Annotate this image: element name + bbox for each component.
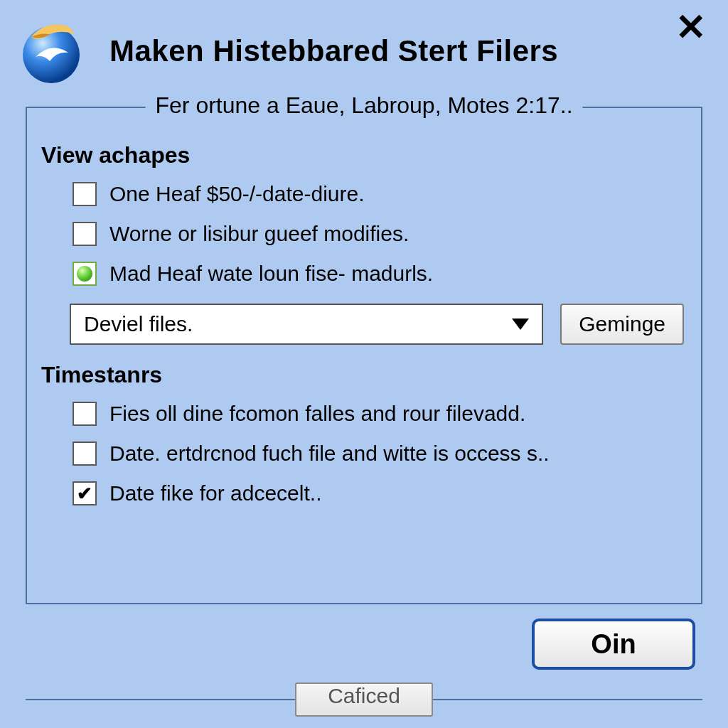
checkbox-view-1-label: One Heaf $50-/-date-diure. xyxy=(109,182,365,206)
checkbox-ts-3[interactable] xyxy=(73,481,97,505)
section-timestamps-title: Timestanrs xyxy=(41,362,701,388)
checkbox-ts-2[interactable] xyxy=(73,441,97,466)
close-icon[interactable]: ✕ xyxy=(675,13,707,44)
files-dropdown[interactable]: Deviel files. xyxy=(70,304,543,345)
groupbox-legend: Fer ortune a Eaue, Labroup, Motes 2:17.. xyxy=(145,92,582,119)
oin-button[interactable]: Oin xyxy=(532,619,695,670)
caficed-button[interactable]: Caficed xyxy=(295,682,433,717)
geminge-button[interactable]: Geminge xyxy=(560,304,684,345)
chevron-down-icon xyxy=(512,318,529,330)
checkbox-view-1[interactable] xyxy=(73,182,97,206)
checkbox-view-3-label: Mad Heaf wate loun fise- madurls. xyxy=(109,262,433,286)
checkbox-ts-1-label: Fies oll dine fcomon falles and rour fil… xyxy=(109,402,525,426)
checkbox-ts-2-label: Date. ertdrcnod fuch file and witte is o… xyxy=(109,441,550,466)
checkbox-ts-1[interactable] xyxy=(73,402,97,426)
app-icon xyxy=(16,16,87,87)
checkbox-view-3[interactable] xyxy=(73,262,97,286)
checkbox-view-2-label: Worne or lisibur gueef modifies. xyxy=(109,222,409,246)
checkbox-ts-3-label: Date fike for adcecelt.. xyxy=(109,481,321,505)
dialog-title: Maken Histebbared Stert Filers xyxy=(109,34,558,68)
options-groupbox: Fer ortune a Eaue, Labroup, Motes 2:17..… xyxy=(26,107,702,604)
checkbox-view-2[interactable] xyxy=(73,222,97,246)
section-view-title: View achapes xyxy=(41,142,701,168)
files-dropdown-value: Deviel files. xyxy=(84,312,193,336)
